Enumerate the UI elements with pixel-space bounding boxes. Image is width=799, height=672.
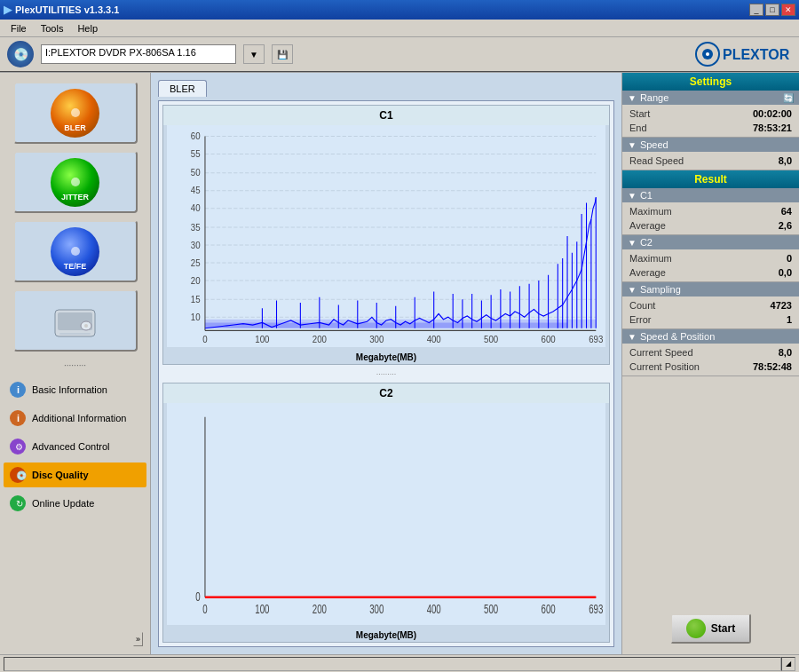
speed-pos-header: ▼ Speed & Position: [622, 329, 799, 344]
current-pos-row: Current Position 78:52:48: [622, 360, 799, 374]
online-update-label: Online Update: [32, 498, 94, 509]
sidebar-dots: ·········: [4, 360, 146, 370]
svg-text:15: 15: [191, 294, 201, 304]
current-pos-value: 78:52:48: [753, 361, 792, 372]
menu-tools[interactable]: Tools: [34, 21, 71, 36]
online-update-icon: ↻: [9, 494, 27, 512]
svg-text:0: 0: [202, 334, 208, 344]
result-header: Result: [622, 170, 799, 188]
svg-text:45: 45: [191, 186, 201, 196]
current-speed-label: Current Speed: [629, 347, 693, 358]
range-end-label: End: [629, 123, 647, 133]
bler-disc-btn[interactable]: BLER: [13, 82, 138, 144]
menu-file[interactable]: File: [4, 21, 34, 36]
resize-handle: ◢: [781, 657, 795, 671]
sampling-toggle[interactable]: ▼: [628, 285, 637, 295]
svg-text:0: 0: [202, 603, 208, 617]
c1-chart: C1: [162, 105, 610, 365]
device-disc-btn[interactable]: [13, 289, 138, 352]
svg-text:300: 300: [369, 334, 384, 344]
svg-text:600: 600: [542, 603, 556, 617]
c1-title: C1: [163, 106, 609, 125]
tabs: BLER: [158, 80, 614, 97]
range-end-row: End 78:53:21: [622, 121, 799, 135]
c1-avg-row: Average 2,6: [622, 218, 799, 233]
range-toggle[interactable]: ▼: [628, 93, 637, 103]
jitter-disc: JITTER: [51, 158, 99, 207]
c1-svg: 60 55 50 45 40 35 30 25 20 15 10: [167, 125, 605, 347]
read-speed-row: Read Speed 8,0: [622, 154, 799, 168]
c2-toggle[interactable]: ▼: [628, 238, 637, 248]
jitter-disc-btn[interactable]: JITTER: [13, 151, 138, 213]
speed-pos-toggle[interactable]: ▼: [628, 332, 637, 342]
svg-text:10: 10: [191, 312, 201, 322]
c2-title: C2: [163, 383, 609, 403]
c2-result-section: ▼ C2 Maximum 0 Average 0,0: [622, 235, 799, 282]
c1-max-label: Maximum: [629, 206, 672, 217]
disc-quality-icon: 💿: [9, 466, 27, 484]
svg-rect-8: [59, 333, 91, 335]
svg-text:20: 20: [191, 275, 201, 286]
disc-quality-label: Disc Quality: [32, 470, 89, 480]
menu-help[interactable]: Help: [70, 21, 105, 36]
svg-text:💿: 💿: [16, 470, 27, 481]
svg-text:50: 50: [191, 168, 201, 178]
range-refresh-icon[interactable]: 🔄: [783, 93, 794, 103]
dropdown-btn[interactable]: ▼: [243, 44, 265, 64]
speed-pos-label: Speed & Position: [640, 331, 715, 342]
sidebar-item-disc-quality[interactable]: 💿 Disc Quality: [4, 462, 146, 487]
speed-pos-body: Current Speed 8,0 Current Position 78:52…: [622, 344, 799, 376]
svg-text:25: 25: [191, 257, 201, 268]
c2-chart: C2 0 0 100 200 300: [162, 383, 610, 643]
sampling-header: ▼ Sampling: [622, 282, 799, 296]
svg-text:i: i: [17, 413, 20, 423]
c1-result-section: ▼ C1 Maximum 64 Average 2,6: [622, 188, 799, 235]
svg-text:300: 300: [369, 603, 384, 617]
sidebar-item-additional-info[interactable]: i Additional Information: [4, 406, 146, 431]
svg-text:i: i: [17, 384, 20, 395]
drive-selector[interactable]: I:PLEXTOR DVDR PX-806SA 1.16: [41, 44, 236, 64]
tab-bler[interactable]: BLER: [158, 80, 207, 97]
sidebar-item-advanced-control[interactable]: ⚙ Advanced Control: [4, 434, 146, 459]
save-btn[interactable]: 💾: [272, 44, 293, 64]
c1-avg-label: Average: [629, 220, 666, 231]
c1-toggle[interactable]: ▼: [628, 191, 637, 201]
menubar: File Tools Help: [0, 20, 799, 37]
plextor-logo-svg: PLEXTOR: [694, 41, 792, 67]
right-panel: Settings ▼ Range 🔄 Start 00:02:00 End 78…: [621, 73, 799, 654]
c1-avg-value: 2,6: [779, 220, 792, 231]
svg-text:500: 500: [484, 603, 498, 617]
toolbar: 💿 I:PLEXTOR DVDR PX-806SA 1.16 ▼ 💾 PLEXT…: [0, 37, 799, 73]
range-start-row: Start 00:02:00: [622, 107, 799, 121]
svg-text:100: 100: [255, 334, 269, 344]
sidebar-item-online-update[interactable]: ↻ Online Update: [4, 491, 146, 516]
tefe-disc-btn[interactable]: TE/FE: [13, 220, 138, 282]
maximize-btn[interactable]: □: [765, 4, 779, 16]
start-button[interactable]: Start: [670, 613, 751, 644]
svg-text:PLEXTOR: PLEXTOR: [723, 47, 790, 62]
charts-container: C1: [158, 100, 614, 647]
range-label: Range: [640, 92, 668, 103]
close-btn[interactable]: ✕: [781, 4, 795, 16]
minimize-btn[interactable]: _: [749, 4, 763, 16]
expand-btn[interactable]: »: [133, 632, 143, 646]
titlebar-controls[interactable]: _ □ ✕: [749, 4, 795, 16]
c2-result-label: C2: [640, 237, 653, 248]
current-pos-label: Current Position: [629, 361, 700, 372]
svg-text:200: 200: [312, 334, 327, 344]
c2-area: 0 0 100 200 300 400 500 600 693: [167, 403, 605, 625]
sampling-label: Sampling: [640, 284, 681, 295]
svg-text:0: 0: [195, 590, 201, 605]
svg-text:400: 400: [427, 603, 441, 617]
speed-toggle[interactable]: ▼: [628, 140, 637, 150]
speed-pos-section: ▼ Speed & Position Current Speed 8,0 Cur…: [622, 329, 799, 376]
app-icon: ▶: [4, 4, 12, 16]
svg-text:↻: ↻: [16, 499, 23, 509]
svg-text:35: 35: [191, 222, 201, 233]
start-label: Start: [711, 622, 735, 635]
basic-info-icon: i: [9, 381, 27, 399]
sidebar-item-basic-info[interactable]: i Basic Information: [4, 377, 146, 402]
c2-avg-value: 0,0: [779, 267, 792, 278]
c2-max-label: Maximum: [629, 253, 672, 264]
basic-info-label: Basic Information: [32, 384, 107, 395]
